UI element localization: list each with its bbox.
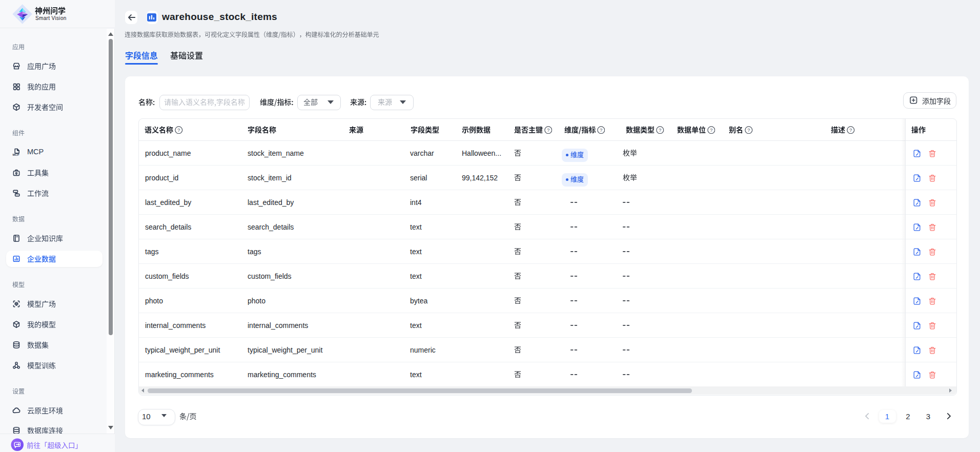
svg-text:?: ?: [600, 127, 602, 133]
svg-text:?: ?: [547, 127, 549, 133]
svg-text:?: ?: [747, 127, 750, 133]
svg-text:MCP: MCP: [12, 153, 19, 156]
svg-text:?: ?: [659, 127, 661, 133]
svg-text:?: ?: [849, 127, 852, 133]
svg-text:?: ?: [710, 127, 712, 133]
svg-text:?: ?: [177, 127, 180, 133]
